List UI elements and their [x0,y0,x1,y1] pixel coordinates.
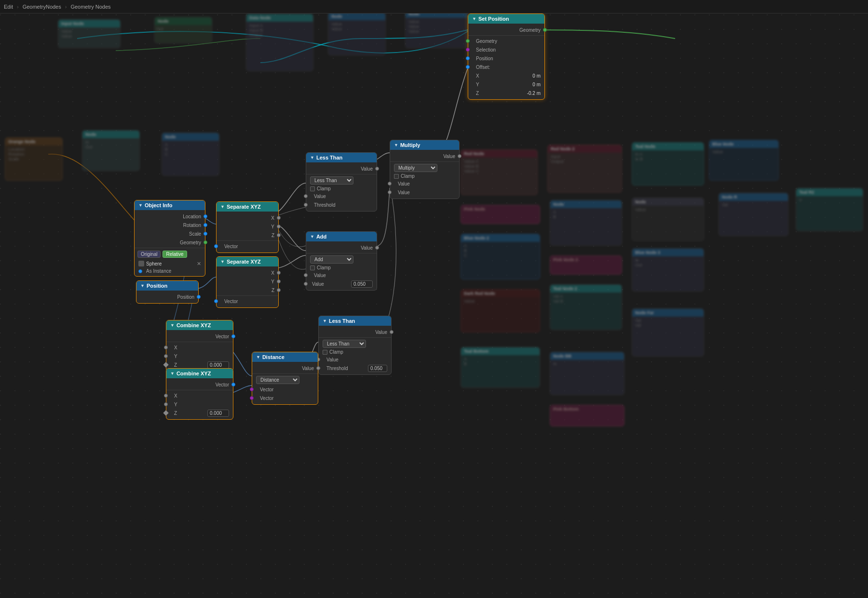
top-bar: Edit › GeometryNodes › Geometry Nodes [0,0,868,13]
separate-xyz-bottom-title: Separate XYZ [227,259,261,265]
socket-multiply-in1[interactable] [388,182,392,186]
obj-info-clear-btn[interactable]: ✕ [197,261,201,267]
socket-dist-out[interactable] [316,366,320,370]
socket-lt-top-in2[interactable] [304,203,308,207]
less-than-bottom-in-value: Value [319,355,391,364]
obj-info-out-rotation: Rotation [135,221,205,229]
menu-edit[interactable]: Edit [4,4,13,10]
multiply-operation-select[interactable]: Multiply [394,164,437,172]
socket-multiply-out[interactable] [458,154,461,158]
less-than-top-node[interactable]: ▼ Less Than Value Less Than Clamp Value … [306,152,377,212]
br-2: Node BB In [550,352,624,395]
lt-top-clamp-check[interactable] [310,186,315,191]
less-than-top-select[interactable]: Less Than [310,176,353,185]
add-out: Value [306,243,377,252]
less-than-top-clamp: Clamp [306,186,377,192]
combine-xyz-top-node[interactable]: ▼ Combine XYZ Vector X Y Z [166,320,233,372]
background-node-3: Data Node Input AInput BOutput [246,13,313,71]
socket-add-in2[interactable] [304,282,308,286]
separate-xyz-bottom-node[interactable]: ▼ Separate XYZ X Y Z Vector [216,256,279,308]
combine-top-z-field[interactable] [207,361,229,369]
add-clamp-check[interactable] [310,266,315,270]
background-node-1: Input Node ValueValue [58,19,121,48]
combine-xyz-bottom-node[interactable]: ▼ Combine XYZ Vector X Y Z [166,368,233,420]
distance-node[interactable]: ▼ Distance Value Distance Vector Vector [252,352,318,405]
socket-obj-geometry[interactable] [203,240,207,244]
socket-sep-top-x[interactable] [277,216,281,220]
socket-comb-top-out[interactable] [231,334,235,338]
less-than-bottom-select[interactable]: Less Than [323,340,366,348]
less-than-bottom-node[interactable]: ▼ Less Than Value Less Than Clamp Value … [318,316,392,375]
distance-title: Distance [262,354,285,360]
socket-pos-out[interactable] [197,295,201,299]
obj-info-sphere-label: Sphere [146,261,195,266]
multiply-in-value1: Value [390,179,459,188]
socket-obj-rotation[interactable] [203,223,207,227]
combine-bot-z-field[interactable] [207,410,229,417]
socket-sep-top-z[interactable] [277,233,281,237]
socket-add-in1[interactable] [304,273,308,277]
socket-add-out[interactable] [375,246,379,250]
socket-obj-scale[interactable] [203,232,207,236]
obj-info-relative-btn[interactable]: Relative [163,251,187,258]
position-node[interactable]: ▼ Position Position [136,280,199,304]
obj-info-object-field: Sphere ✕ [135,259,205,268]
lt-bot-threshold-field[interactable] [368,365,387,372]
socket-in-selection[interactable] [466,48,470,52]
socket-comb-bot-x[interactable] [164,394,168,398]
set-position-out-geometry: Geometry [468,26,544,34]
add-op-row[interactable]: Add [306,254,377,265]
sep-xyz-bot-out-y: Y [217,277,278,286]
socket-multiply-in2[interactable] [388,190,392,194]
br-3: Node Far ValVal [632,308,704,357]
multiply-node[interactable]: ▼ Multiply Value Multiply Clamp Value Va… [390,140,460,199]
socket-sep-bot-z[interactable] [277,288,281,292]
socket-sep-bot-x[interactable] [277,271,281,275]
position-title: Position [147,283,167,289]
socket-out-geometry[interactable] [543,28,547,32]
lt-bot-clamp-check[interactable] [323,350,327,355]
combine-bot-in-y: Y [166,400,233,409]
add-node[interactable]: ▼ Add Value Add Clamp Value Value [306,231,377,291]
breadcrumb-geometry-nodes-2: Geometry Nodes [70,4,110,10]
socket-in-position[interactable] [466,56,470,60]
sep-xyz-bot-out-z: Z [217,286,278,294]
socket-sep-bot-vec[interactable] [214,299,218,303]
less-than-top-op-row[interactable]: Less Than [306,175,377,186]
multiply-clamp-check[interactable] [394,174,399,179]
socket-lt-bot-out[interactable] [390,330,393,334]
socket-sep-top-y[interactable] [277,225,281,228]
add-select[interactable]: Add [310,255,353,264]
separate-xyz-top-node[interactable]: ▼ Separate XYZ X Y Z Vector [216,201,279,253]
background-left-3: Node ABC [162,133,219,176]
distance-select[interactable]: Distance [256,376,299,384]
object-info-node[interactable]: ▼ Object Info Location Rotation Scale Ge… [134,200,205,277]
right-red-3: Dark Red Node Value [461,289,540,332]
socket-lt-top-in1[interactable] [304,194,308,198]
socket-comb-top-y[interactable] [164,354,168,358]
socket-dist-vec1[interactable] [250,387,254,391]
socket-comb-top-x[interactable] [164,346,168,349]
socket-in-offset[interactable] [466,65,470,69]
socket-in-geometry[interactable] [466,39,470,43]
sep-xyz-bot-in-vector: Vector [217,297,278,306]
socket-sep-bot-y[interactable] [277,279,281,283]
set-position-in-selection: Selection [468,45,544,54]
socket-obj-as-instance[interactable] [138,269,142,273]
socket-dist-vec2[interactable] [250,396,254,400]
obj-info-original-btn[interactable]: Original [137,251,161,258]
set-position-node[interactable]: ▼ Set Position Geometry Geometry Selecti… [468,13,545,100]
background-left-2: Node InOut [82,130,140,171]
socket-sep-top-vec[interactable] [214,244,218,248]
distance-op-row[interactable]: Distance [252,375,318,385]
socket-comb-bot-out[interactable] [231,383,235,386]
node-canvas [0,0,868,598]
distance-in-vec2: Vector [252,394,318,402]
less-than-bottom-op-row[interactable]: Less Than [319,339,391,349]
socket-obj-location[interactable] [203,214,207,218]
socket-comb-bot-y[interactable] [164,402,168,406]
socket-lt-top-out[interactable] [375,167,379,171]
combine-xyz-bottom-header: ▼ Combine XYZ [166,369,233,378]
multiply-operation-row[interactable]: Multiply [390,163,459,173]
add-value-field[interactable] [351,280,373,288]
